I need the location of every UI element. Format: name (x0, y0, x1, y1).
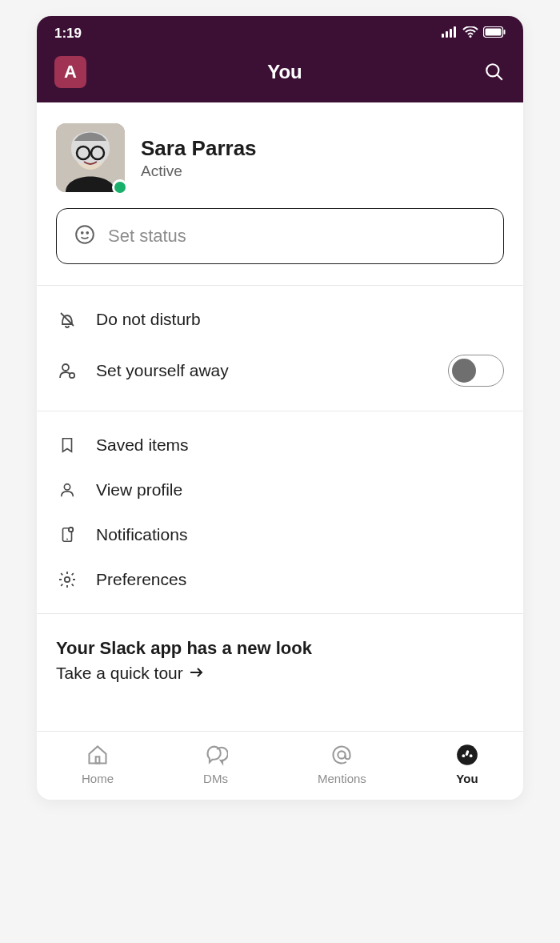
promo-title: Your Slack app has a new look (56, 638, 504, 659)
svg-point-19 (62, 364, 69, 371)
svg-point-32 (470, 754, 473, 757)
profile-presence-text: Active (141, 163, 257, 180)
svg-point-26 (65, 577, 70, 582)
svg-point-4 (470, 35, 472, 38)
view-profile-label: View profile (96, 480, 504, 500)
svg-rect-1 (446, 31, 448, 38)
workspace-badge[interactable]: A (54, 56, 86, 88)
tab-you-label: You (456, 772, 478, 785)
avatar-wrap (56, 123, 125, 192)
preferences-label: Preferences (96, 570, 504, 589)
tab-mentions[interactable]: Mentions (318, 743, 366, 785)
search-button[interactable] (483, 61, 506, 83)
away-toggle[interactable] (448, 355, 504, 387)
set-away-row[interactable]: Set yourself away (37, 342, 523, 399)
battery-icon (483, 26, 506, 42)
status-bar: 1:19 (37, 16, 523, 48)
set-status-placeholder: Set status (108, 226, 186, 247)
svg-point-17 (86, 232, 88, 234)
saved-items-row[interactable]: Saved items (37, 423, 523, 467)
search-icon (484, 62, 505, 82)
svg-point-15 (76, 226, 94, 243)
promo-section: Your Slack app has a new look Take a qui… (37, 614, 523, 731)
presence-away-icon (56, 361, 78, 380)
dms-icon (204, 743, 228, 767)
presence-indicator (112, 179, 128, 195)
tab-dms-label: DMs (203, 772, 228, 785)
wifi-icon (462, 26, 478, 42)
set-status-input[interactable]: Set status (56, 208, 504, 264)
tab-you[interactable]: You (456, 743, 478, 785)
view-profile-row[interactable]: View profile (37, 467, 523, 512)
svg-rect-7 (504, 30, 506, 34)
svg-point-8 (486, 64, 498, 76)
promo-link-text: Take a quick tour (56, 664, 183, 683)
svg-point-29 (338, 751, 346, 758)
arrow-right-icon (190, 664, 204, 683)
saved-items-label: Saved items (96, 435, 504, 455)
tab-mentions-label: Mentions (318, 772, 366, 785)
person-icon (56, 480, 78, 500)
page-title: You (267, 61, 302, 83)
svg-point-16 (82, 232, 83, 234)
bookmark-icon (56, 435, 78, 455)
tab-dms[interactable]: DMs (203, 743, 228, 785)
svg-line-9 (497, 74, 502, 80)
at-icon (330, 743, 353, 767)
workspace-initial: A (64, 62, 77, 82)
bottom-tab-bar: Home DMs Mentions You (37, 731, 523, 800)
svg-rect-2 (450, 29, 452, 38)
preferences-row[interactable]: Preferences (37, 557, 523, 602)
tab-home-label: Home (82, 772, 114, 785)
toggle-knob (452, 359, 476, 383)
signal-icon (442, 26, 458, 42)
set-away-label: Set yourself away (96, 361, 430, 380)
device-frame: 1:19 A You (37, 16, 523, 800)
smile-icon (74, 224, 95, 248)
clock: 1:19 (54, 26, 82, 42)
profile-section[interactable]: Sara Parras Active (37, 102, 523, 208)
bell-off-icon (56, 310, 78, 329)
svg-point-31 (462, 754, 465, 757)
svg-rect-6 (486, 29, 502, 36)
status-indicators (442, 26, 506, 42)
header: A You (37, 48, 523, 102)
gear-icon (56, 570, 78, 589)
do-not-disturb-row[interactable]: Do not disturb (37, 297, 523, 342)
notifications-row[interactable]: Notifications (37, 512, 523, 557)
svg-rect-3 (454, 26, 456, 38)
notifications-label: Notifications (96, 525, 504, 544)
profile-name: Sara Parras (141, 136, 257, 161)
svg-point-20 (70, 373, 74, 378)
svg-rect-0 (442, 34, 444, 38)
tab-home[interactable]: Home (82, 743, 114, 785)
promo-link[interactable]: Take a quick tour (56, 664, 504, 683)
svg-point-21 (64, 484, 70, 490)
svg-rect-28 (96, 756, 100, 763)
phone-notification-icon (56, 525, 78, 544)
you-icon (456, 743, 478, 767)
do-not-disturb-label: Do not disturb (96, 310, 504, 329)
home-icon (86, 743, 109, 767)
